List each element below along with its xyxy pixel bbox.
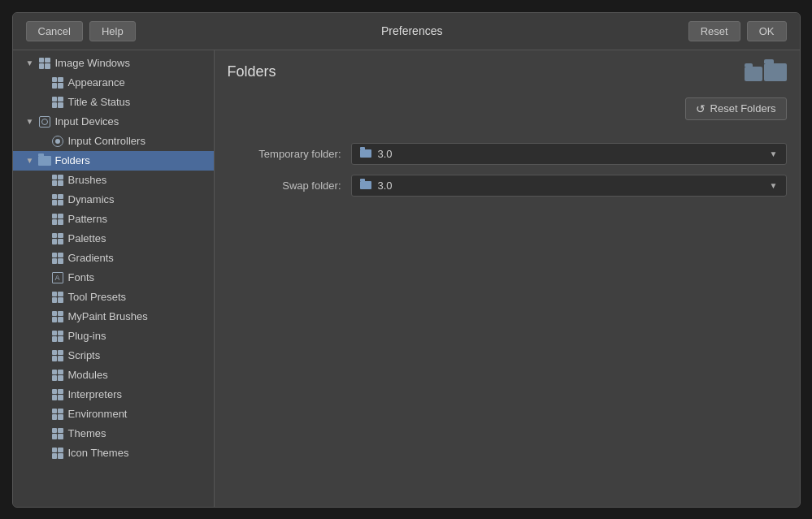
sidebar: ▼ Image Windows Appearance	[13, 50, 215, 507]
folder-mini-icon	[360, 149, 371, 158]
palettes-icon	[50, 231, 65, 246]
sidebar-item-brushes[interactable]: Brushes	[13, 171, 214, 190]
ok-button[interactable]: OK	[747, 21, 787, 41]
sidebar-label-input-controllers: Input Controllers	[68, 135, 145, 147]
swap-folder-row: Swap folder: 3.0 ▼	[228, 175, 787, 197]
appearance-icon	[50, 76, 65, 90]
sidebar-label-themes: Themes	[68, 427, 106, 439]
sidebar-label-input-devices: Input Devices	[55, 115, 119, 128]
icon-themes-icon	[50, 446, 65, 461]
sidebar-label-fonts: Fonts	[68, 271, 95, 283]
reset-folders-button[interactable]: ↺ Reset Folders	[685, 97, 787, 120]
panel-title: Folders	[228, 63, 276, 80]
plug-ins-icon	[50, 329, 65, 344]
sidebar-item-title-status[interactable]: Title & Status	[13, 93, 214, 112]
gradients-icon	[50, 251, 65, 266]
sidebar-item-palettes[interactable]: Palettes	[13, 229, 214, 249]
temporary-folder-row: Temporary folder: 3.0 ▼	[228, 143, 787, 165]
fonts-icon: A	[50, 270, 65, 285]
sidebar-item-tool-presets[interactable]: Tool Presets	[13, 288, 214, 307]
content-area: ▼ Image Windows Appearance	[13, 50, 800, 507]
sidebar-item-interpreters[interactable]: Interpreters	[13, 385, 214, 404]
titlebar: Cancel Help Preferences Reset OK	[13, 13, 800, 50]
sidebar-item-icon-themes[interactable]: Icon Themes	[13, 443, 214, 463]
chevron-down-icon: ▼	[770, 181, 778, 190]
sidebar-item-dynamics[interactable]: Dynamics	[13, 190, 214, 210]
sidebar-item-input-devices[interactable]: ▼ Input Devices	[13, 112, 214, 132]
arrow-icon: ▼	[26, 156, 37, 165]
folders-large-icon	[745, 63, 787, 81]
sidebar-label-image-windows: Image Windows	[55, 57, 130, 69]
help-button[interactable]: Help	[89, 21, 136, 41]
temporary-folder-value: 3.0	[378, 148, 393, 160]
sidebar-item-plug-ins[interactable]: Plug-ins	[13, 327, 214, 346]
sidebar-label-plug-ins: Plug-ins	[68, 330, 106, 342]
tool-presets-icon	[50, 290, 65, 305]
sidebar-label-brushes: Brushes	[68, 174, 107, 186]
sidebar-label-dynamics: Dynamics	[68, 193, 115, 205]
sidebar-label-folders: Folders	[55, 154, 90, 167]
sidebar-item-appearance[interactable]: Appearance	[13, 73, 214, 93]
main-panel: Folders ↺ Reset Folders Temporary folder…	[215, 50, 800, 507]
reset-icon: ↺	[696, 102, 706, 115]
chevron-down-icon: ▼	[770, 149, 778, 158]
sidebar-label-environment: Environment	[68, 408, 128, 420]
temporary-folder-dropdown[interactable]: 3.0 ▼	[351, 143, 787, 165]
sidebar-label-patterns: Patterns	[68, 213, 107, 225]
sidebar-label-gradients: Gradients	[68, 252, 114, 264]
input-controllers-icon	[50, 134, 65, 149]
sidebar-item-environment[interactable]: Environment	[13, 404, 214, 424]
input-devices-icon	[37, 115, 52, 129]
swap-folder-dropdown[interactable]: 3.0 ▼	[351, 175, 787, 197]
sidebar-item-folders[interactable]: ▼ Folders	[13, 151, 214, 171]
temporary-folder-label: Temporary folder:	[228, 148, 341, 160]
sidebar-item-input-controllers[interactable]: Input Controllers	[13, 132, 214, 151]
environment-icon	[50, 407, 65, 422]
patterns-icon	[50, 212, 65, 227]
reset-button[interactable]: Reset	[688, 21, 740, 41]
sidebar-item-patterns[interactable]: Patterns	[13, 210, 214, 229]
dynamics-icon	[50, 192, 65, 207]
sidebar-item-themes[interactable]: Themes	[13, 424, 214, 443]
sidebar-label-palettes: Palettes	[68, 232, 106, 244]
titlebar-actions: Reset OK	[688, 21, 787, 41]
sidebar-label-interpreters: Interpreters	[68, 388, 122, 400]
sidebar-item-modules[interactable]: Modules	[13, 365, 214, 385]
panel-header: Folders	[228, 63, 787, 81]
sidebar-item-fonts[interactable]: A Fonts	[13, 268, 214, 288]
cancel-button[interactable]: Cancel	[26, 21, 83, 41]
sidebar-label-tool-presets: Tool Presets	[68, 291, 127, 303]
sidebar-item-mypaint-brushes[interactable]: MyPaint Brushes	[13, 307, 214, 327]
brushes-icon	[50, 173, 65, 188]
scripts-icon	[50, 348, 65, 363]
sidebar-item-gradients[interactable]: Gradients	[13, 249, 214, 268]
sidebar-label-appearance: Appearance	[68, 76, 125, 89]
arrow-icon: ▼	[26, 58, 37, 67]
sidebar-label-mypaint-brushes: MyPaint Brushes	[68, 310, 148, 322]
sidebar-label-modules: Modules	[68, 369, 108, 381]
folder-mini-icon	[360, 181, 371, 189]
swap-folder-label: Swap folder:	[228, 179, 341, 192]
title-status-icon	[50, 95, 65, 110]
modules-icon	[50, 368, 65, 383]
preferences-window: Cancel Help Preferences Reset OK ▼ Image…	[12, 12, 801, 508]
folders-icon	[37, 154, 52, 168]
interpreters-icon	[50, 387, 65, 402]
window-title: Preferences	[142, 24, 682, 37]
sidebar-item-image-windows[interactable]: ▼ Image Windows	[13, 54, 214, 73]
mypaint-brushes-icon	[50, 309, 65, 324]
image-windows-icon	[37, 56, 52, 71]
sidebar-label-title-status: Title & Status	[68, 96, 131, 108]
sidebar-label-scripts: Scripts	[68, 349, 101, 361]
sidebar-label-icon-themes: Icon Themes	[68, 447, 129, 459]
sidebar-item-scripts[interactable]: Scripts	[13, 346, 214, 365]
reset-folders-label: Reset Folders	[710, 102, 776, 115]
arrow-icon: ▼	[26, 117, 37, 126]
themes-icon	[50, 426, 65, 441]
swap-folder-value: 3.0	[378, 179, 393, 192]
